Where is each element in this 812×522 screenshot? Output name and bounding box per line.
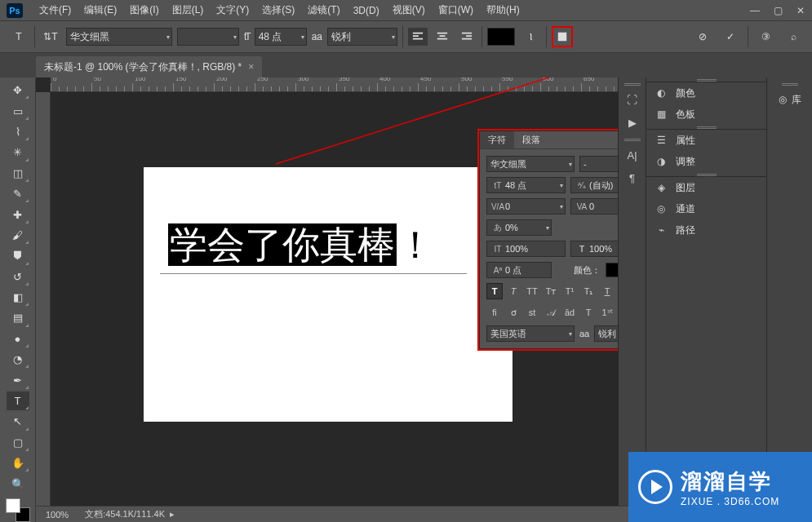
cp-horizontal-scale[interactable]: T 100% (570, 241, 618, 257)
ligatures-button[interactable]: fi (486, 304, 503, 321)
cp-vertical-scale[interactable]: IT 100% (486, 241, 566, 257)
quick-select-tool[interactable]: ✳ (7, 143, 29, 161)
cp-font-size[interactable]: tT 48 点▾ (486, 177, 566, 193)
panel-grip[interactable] (624, 139, 641, 142)
eraser-tool[interactable]: ◧ (7, 288, 29, 307)
panel-layers[interactable]: ◈图层 (646, 177, 766, 198)
path-selection-tool[interactable]: ↖ (7, 412, 29, 431)
menu-help[interactable]: 帮助(H) (480, 0, 526, 20)
subscript-button[interactable]: T₁ (580, 283, 597, 299)
menu-edit[interactable]: 编辑(E) (78, 0, 123, 20)
faux-bold-button[interactable]: T (486, 283, 503, 299)
panel-properties[interactable]: ☰属性 (646, 130, 766, 151)
brush-tool[interactable]: 🖌 (7, 226, 29, 245)
text-orientation-icon[interactable]: ⇅T (40, 26, 61, 47)
pen-tool[interactable]: ✒ (7, 370, 29, 389)
ruler-horizontal[interactable]: 0501001502002503003504004505005506006507… (51, 77, 618, 92)
shape-tool[interactable]: ▢ (7, 433, 29, 452)
tab-close-icon[interactable]: × (248, 61, 254, 73)
history-panel-icon[interactable]: ⛶ (621, 89, 644, 110)
cancel-edit-icon[interactable]: ⊘ (692, 26, 713, 47)
underline-button[interactable]: T (599, 283, 615, 299)
tool-preset-icon[interactable]: T (8, 26, 29, 47)
search-icon[interactable]: ⌕ (783, 26, 804, 47)
3d-text-icon[interactable]: ③ (755, 26, 776, 47)
cp-font-family[interactable]: 华文细黑▾ (486, 156, 575, 172)
align-left-button[interactable] (408, 28, 428, 46)
titling-alt-button[interactable]: T (580, 304, 597, 321)
text-tool[interactable]: T (7, 392, 29, 410)
ordinals-button[interactable]: 1ˢᵗ (599, 304, 615, 321)
panel-swatches[interactable]: ▦色板 (646, 104, 766, 125)
menu-view[interactable]: 视图(V) (386, 0, 432, 20)
font-size-select[interactable]: 48 点 ▾ (255, 28, 307, 46)
canvas[interactable]: 学会了你真棒！ (144, 167, 512, 422)
dodge-tool[interactable]: ◔ (7, 350, 29, 369)
cp-language[interactable]: 美国英语▾ (486, 325, 575, 342)
marquee-tool[interactable]: ▭ (7, 101, 29, 120)
color-swatches[interactable] (6, 498, 30, 522)
menu-filter[interactable]: 滤镜(T) (301, 0, 346, 20)
blur-tool[interactable]: ● (7, 330, 29, 348)
font-style-select[interactable]: ▾ (177, 28, 239, 46)
maximize-button[interactable]: ▢ (766, 2, 789, 19)
eyedropper-tool[interactable]: ✎ (7, 184, 29, 203)
foreground-swatch[interactable] (6, 498, 20, 513)
healing-tool[interactable]: ✚ (7, 205, 29, 223)
zoom-level[interactable]: 100% (46, 510, 69, 520)
cp-baseline-shift[interactable]: Aª 0 点 (486, 262, 552, 278)
menu-layer[interactable]: 图层(L) (166, 0, 211, 20)
panel-paths[interactable]: ⌁路径 (646, 219, 766, 241)
character-panel-icon[interactable]: A| (621, 144, 644, 166)
cp-tsume[interactable]: あ 0%▾ (486, 219, 552, 236)
cp-leading[interactable]: ᴬ⁄ₐ (自动)▾ (570, 177, 618, 193)
paragraph-panel-icon[interactable]: ¶ (621, 167, 644, 188)
menu-file[interactable]: 文件(F) (33, 0, 78, 20)
minimize-button[interactable]: — (743, 2, 766, 19)
superscript-button[interactable]: T¹ (561, 283, 578, 299)
cp-tracking[interactable]: VA 0▾ (570, 198, 618, 215)
ruler-vertical[interactable] (36, 92, 51, 522)
antialias-select[interactable]: 锐利 ▾ (327, 28, 397, 46)
allcaps-button[interactable]: TT (524, 283, 540, 299)
cp-antialias[interactable]: 锐利▾ (594, 325, 618, 342)
document-tab[interactable]: 未标题-1 @ 100% (学会了你真棒！, RGB/8) * × (36, 56, 262, 77)
align-center-button[interactable] (433, 28, 452, 46)
cp-font-style[interactable]: -▾ (579, 156, 618, 172)
panel-color[interactable]: ◐颜色 (646, 82, 766, 104)
zoom-tool[interactable]: 🔍 (7, 474, 29, 493)
character-panel-toggle[interactable] (552, 26, 573, 47)
menu-type[interactable]: 文字(Y) (210, 0, 255, 20)
menu-window[interactable]: 窗口(W) (432, 0, 480, 20)
history-brush-tool[interactable]: ↺ (7, 268, 29, 286)
menu-3d[interactable]: 3D(D) (347, 0, 386, 20)
commit-edit-icon[interactable]: ✓ (720, 26, 741, 47)
align-right-button[interactable] (457, 28, 477, 46)
stamp-tool[interactable]: ⛊ (7, 246, 29, 265)
discretionary-lig-button[interactable]: st (524, 304, 540, 321)
document-info[interactable]: 文档:454.1K/111.4K (85, 508, 165, 520)
smallcaps-button[interactable]: Tᴛ (543, 283, 559, 299)
panel-channels[interactable]: ◎通道 (646, 198, 766, 219)
move-tool[interactable]: ✥ (7, 81, 29, 100)
text-color-swatch[interactable] (487, 28, 515, 46)
cp-kerning[interactable]: V/A 0▾ (486, 198, 566, 215)
actions-panel-icon[interactable]: ▶ (621, 112, 644, 133)
swash-button[interactable]: 𝒜 (543, 304, 559, 321)
faux-italic-button[interactable]: T (505, 283, 521, 299)
panel-libraries[interactable]: ◎ 库 (767, 89, 812, 110)
cp-color-swatch[interactable] (606, 263, 618, 277)
panel-adjustments[interactable]: ◑调整 (646, 151, 766, 172)
menu-image[interactable]: 图像(I) (123, 0, 165, 20)
font-family-select[interactable]: 华文细黑 ▾ (66, 28, 172, 46)
hand-tool[interactable]: ✋ (7, 453, 29, 472)
character-tab[interactable]: 字符 (480, 131, 514, 148)
close-button[interactable]: ✕ (789, 2, 812, 19)
contextual-alt-button[interactable]: ơ (505, 304, 521, 321)
lasso-tool[interactable]: ⌇ (7, 122, 29, 141)
crop-tool[interactable]: ◫ (7, 164, 29, 183)
gradient-tool[interactable]: ▤ (7, 308, 29, 327)
menu-select[interactable]: 选择(S) (255, 0, 301, 20)
text-layer[interactable]: 学会了你真棒！ (168, 220, 434, 271)
panel-grip[interactable] (624, 83, 641, 86)
